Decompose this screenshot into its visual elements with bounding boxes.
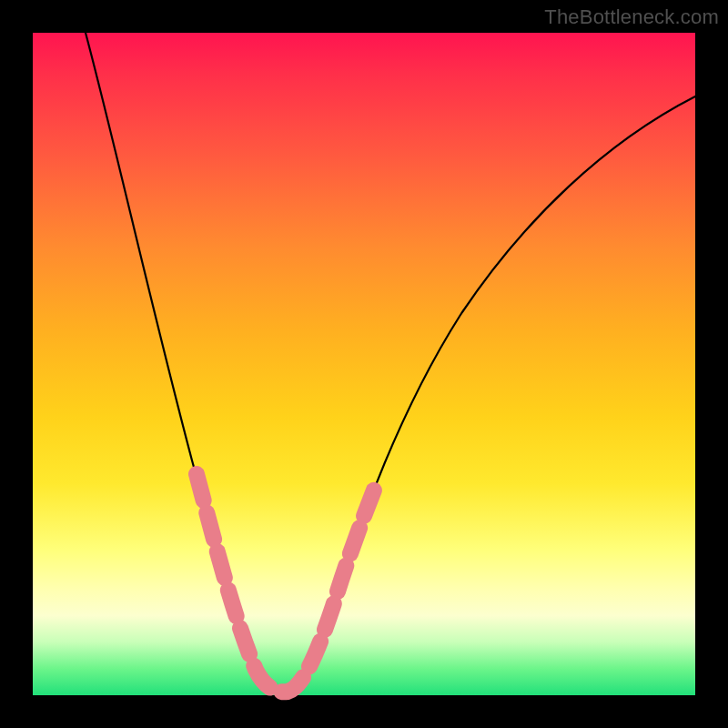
plot-area: [33, 33, 695, 695]
chart-svg: [33, 33, 695, 695]
outer-frame: TheBottleneck.com: [0, 0, 728, 728]
watermark-label: TheBottleneck.com: [544, 5, 719, 29]
bottleneck-curve: [86, 33, 695, 692]
highlight-overlay: [197, 474, 377, 692]
